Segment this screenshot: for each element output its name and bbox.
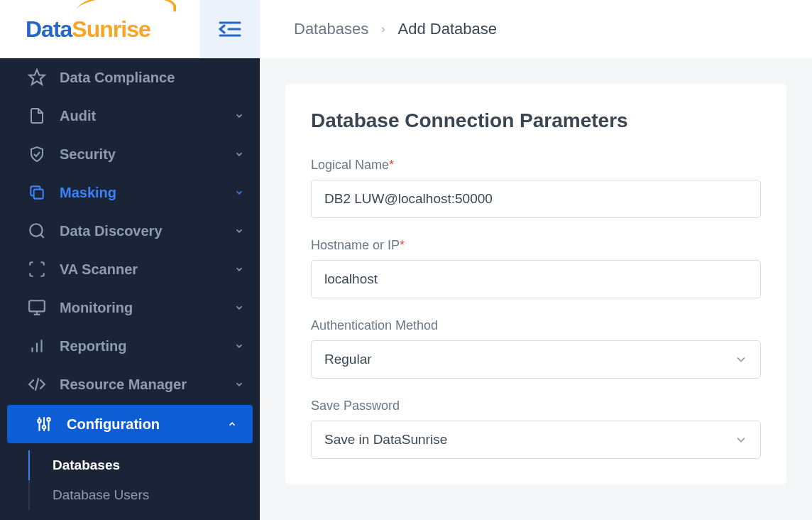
sidebar-item-label: Masking [60,185,234,201]
chevron-right-icon: › [381,23,385,36]
auth-method-label: Authentication Method [311,318,761,333]
chevron-down-icon [234,264,244,274]
menu-collapse-icon [219,21,241,38]
hostname-label: Hostname or IP* [311,238,761,253]
sidebar-item-audit[interactable]: Audit [0,97,260,135]
sidebar-item-va-scanner[interactable]: VA Scanner [0,250,260,288]
monitor-icon [26,296,48,319]
svg-rect-4 [34,190,43,199]
search-icon [26,220,48,242]
file-icon [26,104,48,127]
breadcrumb-current: Add Database [398,20,497,38]
chevron-down-icon [234,379,244,389]
sidebar-item-label: Data Compliance [60,70,244,86]
svg-point-19 [47,418,50,421]
star-icon [26,66,48,89]
logo-part2: Sunrise [72,16,150,42]
sidebar-item-reporting[interactable]: Reporting [0,327,260,365]
sidebar-item-monitoring[interactable]: Monitoring [0,288,260,327]
chevron-down-icon [234,111,244,121]
sidebar-item-label: Data Discovery [60,223,234,239]
sidebar-subitem-databases[interactable]: Databases [0,450,260,480]
sidebar-item-configuration[interactable]: Configuration [7,405,253,443]
sidebar-item-label: Reporting [60,338,234,354]
logical-name-label: Logical Name* [311,158,761,173]
sidebar-item-data-compliance[interactable]: Data Compliance [0,58,260,97]
sidebar: Data Compliance Audit Security Masking [0,58,260,520]
sidebar-item-resource-manager[interactable]: Resource Manager [0,365,260,403]
panel-title: Database Connection Parameters [311,109,761,132]
sliders-icon [33,413,55,435]
chevron-down-icon [234,188,244,197]
chevron-down-icon [234,149,244,159]
sidebar-item-label: Configuration [67,416,227,433]
sidebar-item-label: Resource Manager [60,377,234,393]
logical-name-input[interactable] [311,180,761,218]
sidebar-subitem-label: Database Users [53,487,149,503]
sidebar-item-data-discovery[interactable]: Data Discovery [0,212,260,250]
save-password-select[interactable]: Save in DataSunrise [311,421,761,459]
chevron-up-icon [227,419,237,429]
connection-panel: Database Connection Parameters Logical N… [285,84,786,484]
svg-line-13 [35,378,38,390]
bar-chart-icon [26,335,48,357]
svg-point-17 [43,426,45,428]
hostname-input[interactable] [311,260,761,298]
logo[interactable]: DataSunrise [0,0,200,58]
save-password-label: Save Password [311,399,761,413]
breadcrumb-parent[interactable]: Databases [294,20,368,38]
sidebar-item-label: VA Scanner [60,261,234,278]
toggle-sidebar-button[interactable] [200,0,260,58]
svg-point-15 [38,420,40,423]
shield-icon [26,143,48,166]
chevron-down-icon [234,303,244,313]
breadcrumb: Databases › Add Database [260,0,812,58]
sidebar-item-label: Audit [60,108,234,124]
sidebar-item-label: Security [60,146,234,163]
sidebar-item-masking[interactable]: Masking [0,173,260,212]
code-icon [26,373,48,396]
chevron-down-icon [234,341,244,351]
copy-icon [26,181,48,204]
main-content: Database Connection Parameters Logical N… [260,58,812,520]
svg-line-6 [40,234,44,238]
auth-method-select[interactable]: Regular [311,340,761,379]
scan-icon [26,258,48,281]
sidebar-item-label: Monitoring [60,300,234,316]
sidebar-item-security[interactable]: Security [0,135,260,173]
svg-rect-7 [29,300,45,311]
sidebar-subitem-database-users[interactable]: Database Users [0,480,260,510]
logo-part1: Data [26,16,72,42]
svg-marker-3 [29,70,45,85]
sidebar-subitem-label: Databases [53,457,120,473]
chevron-down-icon [234,226,244,236]
